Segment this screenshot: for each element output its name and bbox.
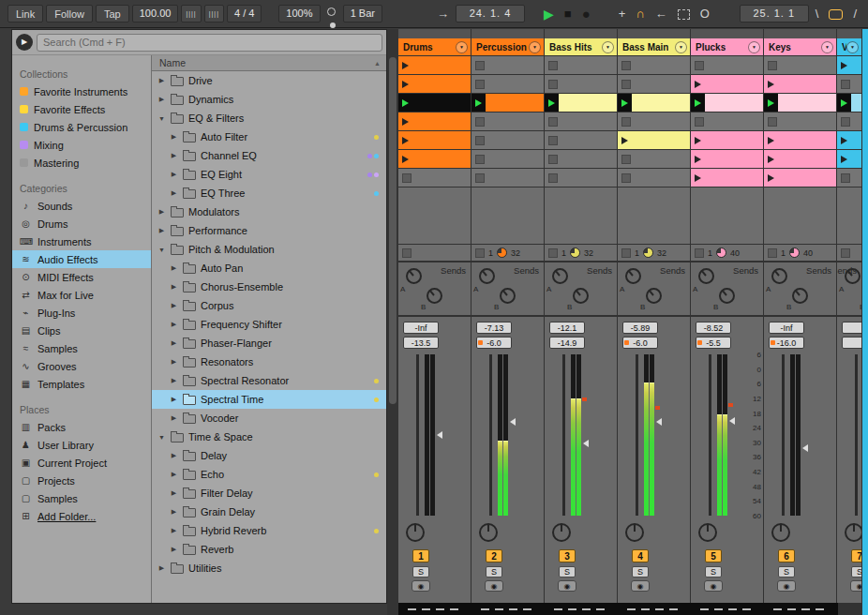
clip-slot[interactable]: [398, 75, 471, 93]
expand-arrow-icon[interactable]: ▶: [170, 133, 178, 141]
tempo-display[interactable]: 100.00: [132, 5, 179, 22]
expand-arrow-icon[interactable]: ▶: [170, 339, 178, 347]
volume-value-display[interactable]: -14.9: [549, 337, 585, 349]
track-menu-icon[interactable]: ▼: [846, 41, 859, 53]
tree-item-modulators[interactable]: ▶Modulators: [152, 202, 386, 221]
punch-out-button[interactable]: /: [849, 4, 861, 24]
draw-mode-button[interactable]: [674, 4, 694, 24]
tree-item-vocoder[interactable]: ▶Vocoder: [152, 409, 386, 428]
sidebar-item-mastering[interactable]: Mastering: [12, 154, 151, 172]
tree-item-phaser-flanger[interactable]: ▶Phaser-Flanger: [152, 334, 386, 352]
clip-slot[interactable]: [618, 169, 690, 187]
track-stop-button[interactable]: [695, 248, 704, 258]
volume-fader-handle[interactable]: [802, 444, 808, 452]
tree-item-filter-delay[interactable]: ▶Filter Delay: [152, 484, 386, 502]
crossfade-cell[interactable]: [398, 603, 471, 615]
clip-slot[interactable]: [471, 169, 544, 187]
clip-slot[interactable]: [764, 75, 836, 93]
fader-track[interactable]: [489, 354, 492, 516]
sidebar-item-midi-effects[interactable]: ⊙MIDI Effects: [12, 268, 151, 286]
tree-item-delay[interactable]: ▶Delay: [152, 446, 386, 465]
sidebar-item-clips[interactable]: ▤Clips: [12, 322, 151, 339]
solo-button[interactable]: S: [559, 566, 576, 578]
clip-slot[interactable]: [837, 56, 861, 74]
track-activator-button[interactable]: 4: [632, 549, 649, 562]
tap-tempo-button[interactable]: Tap: [96, 5, 129, 22]
tree-item-performance[interactable]: ▶Performance: [152, 221, 386, 240]
tree-item-channel-eq[interactable]: ▶Channel EQ: [152, 146, 386, 165]
record-button[interactable]: ●: [578, 4, 594, 24]
clip-slot[interactable]: [764, 112, 836, 130]
pan-knob[interactable]: [698, 523, 717, 542]
expand-arrow-icon[interactable]: ▶: [170, 527, 178, 534]
tree-item-pitch-modulation[interactable]: ▼Pitch & Modulation: [152, 240, 386, 259]
expand-arrow-icon[interactable]: ▶: [170, 189, 178, 197]
monitor-button[interactable]: ◉: [704, 580, 723, 592]
quantization-display[interactable]: 1 Bar: [343, 5, 382, 22]
tree-item-echo[interactable]: ▶Echo: [152, 465, 386, 484]
pan-knob[interactable]: [406, 523, 425, 542]
volume-fader-handle[interactable]: [437, 431, 442, 439]
tree-item-spectral-resonator[interactable]: ▶Spectral Resonator: [152, 371, 386, 390]
solo-button[interactable]: S: [705, 566, 722, 578]
sidebar-item-instruments[interactable]: ⌨Instruments: [12, 232, 151, 250]
volume-fader-handle[interactable]: [510, 418, 516, 426]
monitor-button[interactable]: ◉: [631, 580, 650, 592]
tree-item-corpus[interactable]: ▶Corpus: [152, 296, 386, 315]
send-b-knob[interactable]: [500, 288, 516, 304]
tree-item-auto-pan[interactable]: ▶Auto Pan: [152, 259, 386, 278]
expand-arrow-icon[interactable]: ▶: [157, 227, 166, 234]
send-a-knob[interactable]: [479, 268, 495, 284]
clip-slot[interactable]: [764, 169, 836, 187]
clip-slot[interactable]: [545, 112, 617, 130]
expand-arrow-icon[interactable]: ▶: [170, 452, 178, 459]
solo-button[interactable]: S: [412, 566, 429, 578]
volume-fader-handle[interactable]: [583, 440, 589, 447]
clip-slot[interactable]: [691, 169, 763, 187]
clip-slot[interactable]: [618, 75, 690, 93]
clip-slot[interactable]: [545, 150, 617, 168]
sidebar-item-drums[interactable]: ◎Drums: [12, 215, 151, 232]
tree-item-eq-eight[interactable]: ▶EQ Eight: [152, 165, 386, 184]
track-activator-button[interactable]: 7: [851, 549, 861, 562]
solo-button[interactable]: S: [486, 566, 502, 578]
tree-item-chorus-ensemble[interactable]: ▶Chorus-Ensemble: [152, 278, 386, 296]
expand-arrow-icon[interactable]: ▶: [170, 508, 178, 516]
monitor-button[interactable]: ◉: [558, 580, 576, 592]
link-button[interactable]: Link: [7, 5, 43, 22]
sidebar-item-templates[interactable]: ▦Templates: [12, 375, 151, 393]
follow-button[interactable]: Follow: [46, 5, 93, 22]
monitor-button[interactable]: ◉: [485, 580, 503, 592]
crossfade-cell[interactable]: [545, 603, 617, 615]
expand-arrow-icon[interactable]: ▶: [170, 171, 178, 178]
session-record-button[interactable]: O: [696, 4, 713, 24]
pan-knob[interactable]: [845, 523, 861, 542]
clip-slot[interactable]: [545, 75, 617, 93]
volume-value-display[interactable]: -6.0: [622, 337, 658, 349]
track-stop-button[interactable]: [841, 248, 850, 258]
new-midi-button[interactable]: +: [615, 4, 630, 24]
send-b-knob[interactable]: [719, 288, 735, 304]
clip-slot[interactable]: [837, 112, 861, 130]
sidebar-item-max-for-live[interactable]: ⇄Max for Live: [12, 286, 151, 304]
clip-slot[interactable]: [545, 56, 617, 74]
expand-arrow-icon[interactable]: ▶: [170, 489, 178, 497]
volume-value-display[interactable]: -16.0: [769, 337, 804, 349]
clip-slot[interactable]: [471, 75, 544, 93]
track-menu-icon[interactable]: ▼: [602, 41, 614, 53]
sidebar-item-grooves[interactable]: ∿Grooves: [12, 357, 151, 375]
browser-fold-button[interactable]: ▶: [16, 34, 33, 51]
clip-slot[interactable]: [837, 131, 861, 149]
pan-knob[interactable]: [771, 523, 790, 542]
sidebar-item-add-folder[interactable]: ⊞Add Folder...: [12, 507, 151, 525]
track-stop-button[interactable]: [768, 248, 777, 258]
fader-track[interactable]: [636, 354, 638, 516]
clip-slot[interactable]: [618, 94, 690, 112]
sidebar-item-sounds[interactable]: ♪Sounds: [12, 197, 151, 215]
loop-button[interactable]: [825, 4, 846, 24]
track-stop-button[interactable]: [548, 248, 558, 258]
sidebar-item-favorite-instruments[interactable]: Favorite Instruments: [12, 82, 151, 100]
track-header-percussion[interactable]: Percussion▼: [471, 38, 544, 55]
track-header-v[interactable]: V▼: [837, 38, 861, 55]
pan-knob[interactable]: [625, 523, 644, 542]
